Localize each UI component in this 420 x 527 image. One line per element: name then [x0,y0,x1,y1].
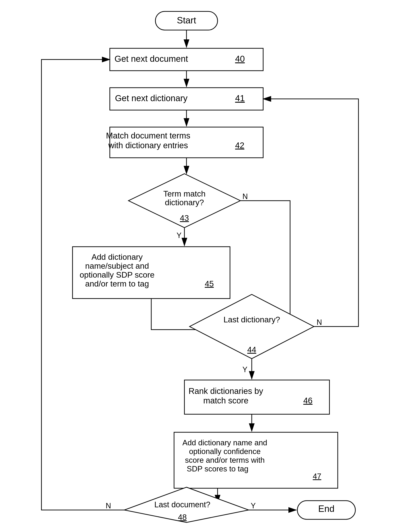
n45-text1: Add dictionary [91,253,143,262]
flowchart-final: Start Get next document 40 Get next dict… [0,0,420,527]
n43-ref: 43 [180,214,189,222]
end-label: End [318,504,334,514]
n44-ref: 44 [247,345,256,354]
start-label: Start [177,15,196,25]
n45-text3: optionally SDP score [80,270,154,279]
n47-text3: score and/or terms with [185,456,265,464]
n44-yes: Y [242,365,248,374]
n42-text1: Match document terms [106,131,190,140]
n47-text4: SDP scores to tag [187,465,248,473]
n46-text2: match score [203,396,248,405]
n43-no: N [242,192,248,201]
n47-text2: optionally confidence [189,447,261,456]
n43-text2: dictionary? [165,198,204,207]
n47-text1: Add dictionary name and [182,439,267,447]
n40-ref: 40 [235,54,245,64]
n48-ref: 48 [178,513,187,522]
n45-text2: name/subject and [85,262,149,270]
n40-text: Get next document [115,54,188,64]
n46-text1: Rank dictionaries by [189,386,263,395]
n43-yes: Y [177,231,182,240]
n48-no: N [106,502,111,510]
n47-ref: 47 [313,472,321,481]
n46-ref: 46 [303,396,313,405]
n44-no: N [317,318,322,327]
n42-text2: with dictionary entries [108,141,188,150]
n41-text: Get next dictionary [115,93,187,103]
n45-text4: and/or term to tag [85,279,149,288]
n44-text1: Last dictionary? [223,315,280,324]
n45-ref: 45 [205,279,214,288]
n48-text1: Last document? [154,500,210,509]
n42-ref: 42 [235,141,245,150]
n41-ref: 41 [235,93,245,103]
n48-yes: Y [251,502,256,510]
n43-text1: Term match [163,189,205,198]
